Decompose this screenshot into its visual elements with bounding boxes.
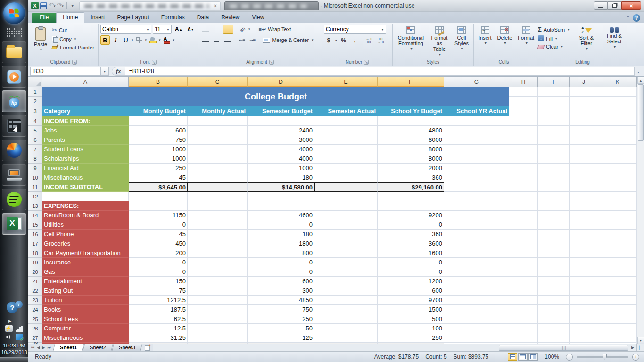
cell-B20[interactable]: 0 (129, 267, 188, 277)
row-header-7[interactable]: 7 (28, 145, 42, 154)
next-sheet-arrow[interactable]: ▶ (41, 346, 46, 350)
taskbar-media-player-button[interactable] (2, 66, 26, 88)
cell-E27[interactable] (314, 333, 378, 343)
horizontal-scroll-thumb[interactable]: |||| (499, 345, 628, 351)
cell-A16[interactable]: Cell Phone (42, 230, 129, 239)
cell-D27[interactable]: 125 (248, 333, 314, 343)
cell-K6[interactable] (598, 135, 637, 145)
cell-A7[interactable]: Student Loans (42, 145, 129, 154)
cell-J25[interactable] (570, 314, 598, 324)
top-align-button[interactable] (200, 25, 211, 34)
format-painter-button[interactable]: Format Painter (50, 43, 96, 51)
cell-J20[interactable] (570, 267, 598, 277)
cell-I20[interactable] (538, 267, 570, 277)
cell-C19[interactable] (188, 258, 248, 267)
cell-H7[interactable] (509, 145, 538, 154)
row-header-11[interactable]: 11 (28, 182, 42, 192)
last-sheet-arrow[interactable]: ⏭ (47, 346, 52, 350)
align-right-button[interactable] (222, 35, 232, 45)
cell-F20[interactable]: 0 (378, 267, 444, 277)
cell-G23[interactable] (444, 296, 509, 305)
cell-H27[interactable] (509, 333, 538, 343)
cell-I27[interactable] (538, 333, 570, 343)
cell-K9[interactable] (598, 164, 637, 173)
tab-home[interactable]: Home (56, 12, 84, 23)
cell-J17[interactable] (570, 239, 598, 248)
increase-indent-button[interactable]: ⇥≡ (248, 35, 257, 45)
cell-D25[interactable]: 250 (248, 314, 314, 324)
blurred-browser-tab-2[interactable] (224, 1, 319, 10)
cell-K14[interactable] (598, 211, 637, 220)
cell-K8[interactable] (598, 154, 637, 164)
cell-G11[interactable] (444, 182, 509, 192)
normal-view-button[interactable] (508, 353, 517, 361)
cell-H19[interactable] (509, 258, 538, 267)
cell-I24[interactable] (538, 305, 570, 314)
cell-F2[interactable] (378, 97, 444, 106)
align-left-button[interactable] (200, 35, 211, 45)
cell-E10[interactable] (314, 173, 378, 182)
clear-button[interactable]: Clear▾ (536, 43, 571, 50)
cell-C27[interactable] (188, 333, 248, 343)
page-layout-view-button[interactable] (518, 353, 528, 361)
cell-H11[interactable] (509, 182, 538, 192)
underline-button[interactable]: U (121, 35, 131, 45)
cell-D8[interactable]: 4000 (248, 154, 314, 164)
cell-K3[interactable] (598, 106, 637, 116)
cell-J19[interactable] (570, 258, 598, 267)
row-header-23[interactable]: 23 (28, 296, 42, 305)
tab-split-handle[interactable]: ▏ (636, 344, 644, 351)
cell-H3[interactable] (509, 106, 538, 116)
decrease-decimal-button[interactable]: .00→.0 (376, 36, 386, 45)
cell-H22[interactable] (509, 286, 538, 296)
cell-I9[interactable] (538, 164, 570, 173)
show-desktop-button[interactable] (0, 357, 28, 362)
cell-F17[interactable]: 3600 (378, 239, 444, 248)
font-family-select[interactable]: Calibri▼ (100, 25, 151, 34)
tab-file[interactable]: File (32, 13, 56, 23)
cell-F25[interactable]: 500 (378, 314, 444, 324)
cell-J22[interactable] (570, 286, 598, 296)
cell-C24[interactable] (188, 305, 248, 314)
font-color-button[interactable]: A (162, 35, 172, 45)
prev-sheet-arrow[interactable]: ◀ (36, 346, 41, 350)
cell-I10[interactable] (538, 173, 570, 182)
cell-H6[interactable] (509, 135, 538, 145)
cell-A3[interactable]: Category (42, 106, 129, 116)
font-size-select[interactable]: 11▼ (153, 25, 172, 34)
cell-K4[interactable] (598, 116, 637, 126)
column-header-A[interactable]: A (42, 77, 129, 87)
cell-K19[interactable] (598, 258, 637, 267)
shrink-font-button[interactable]: A▼ (186, 25, 196, 34)
cell-F6[interactable]: 6000 (378, 135, 444, 145)
tab-view[interactable]: View (246, 13, 271, 23)
cell-J4[interactable] (570, 116, 598, 126)
cell-H2[interactable] (509, 97, 538, 106)
cell-B7[interactable]: 1000 (129, 145, 188, 154)
column-header-D[interactable]: D (248, 77, 314, 87)
cell-H26[interactable] (509, 324, 538, 333)
cell-H10[interactable] (509, 173, 538, 182)
cell-B3[interactable]: Montly Budget (129, 106, 188, 116)
row-header-24[interactable]: 24 (28, 305, 42, 314)
cell-B8[interactable]: 1000 (129, 154, 188, 164)
cell-J23[interactable] (570, 296, 598, 305)
cell-K25[interactable] (598, 314, 637, 324)
cell-C28[interactable] (188, 343, 248, 344)
cell-H14[interactable] (509, 211, 538, 220)
undo-icon[interactable]: ↶▾ (49, 2, 55, 9)
cell-A8[interactable]: Scholarships (42, 154, 129, 164)
cell-H25[interactable] (509, 314, 538, 324)
cell-G10[interactable] (444, 173, 509, 182)
taskbar-photo-app-button[interactable] (2, 164, 26, 186)
grow-font-button[interactable]: A▲ (173, 25, 184, 34)
cell-G8[interactable] (444, 154, 509, 164)
cut-button[interactable]: Cut (50, 25, 96, 34)
cell-G7[interactable] (444, 145, 509, 154)
row-header-10[interactable]: 10 (28, 173, 42, 182)
cell-B14[interactable]: 1150 (129, 211, 188, 220)
cell-B1[interactable] (129, 87, 188, 97)
cell-C7[interactable] (188, 145, 248, 154)
cell-G4[interactable] (444, 116, 509, 126)
cell-G27[interactable] (444, 333, 509, 343)
